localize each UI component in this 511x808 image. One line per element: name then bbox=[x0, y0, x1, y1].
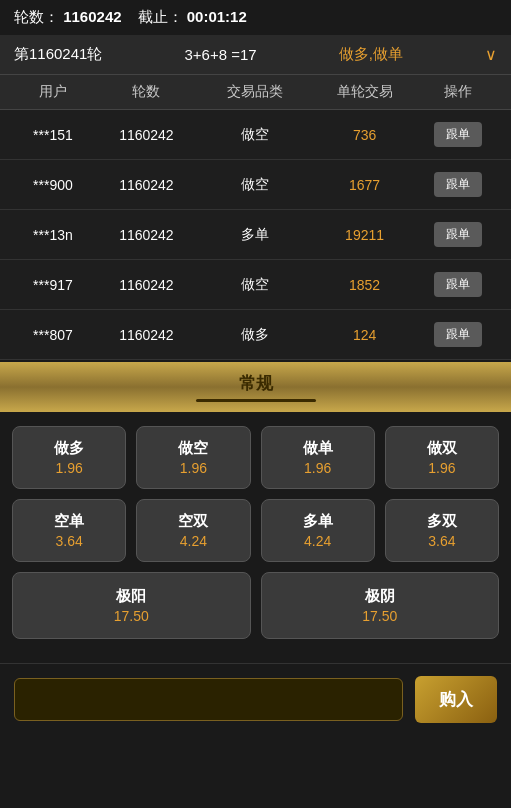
table-row: ***917 1160242 做空 1852 跟单 bbox=[0, 260, 511, 310]
cell-value: 1852 bbox=[310, 277, 419, 293]
cell-value: 124 bbox=[310, 327, 419, 343]
trade-button-多双[interactable]: 多双 3.64 bbox=[385, 499, 499, 562]
follow-button[interactable]: 跟单 bbox=[434, 172, 482, 197]
btn-value: 1.96 bbox=[56, 460, 83, 476]
table-row: ***151 1160242 做空 736 跟单 bbox=[0, 110, 511, 160]
cell-type: 多单 bbox=[201, 226, 310, 244]
follow-button[interactable]: 跟单 bbox=[434, 272, 482, 297]
table-header: 用户 轮数 交易品类 单轮交易 操作 bbox=[0, 75, 511, 110]
btn-name: 做双 bbox=[427, 439, 457, 458]
normal-title: 常规 bbox=[10, 372, 501, 395]
cell-user: ***13n bbox=[14, 227, 92, 243]
cell-user: ***151 bbox=[14, 127, 92, 143]
round-type: 做多,做单 bbox=[339, 45, 403, 64]
trade-button-极阳[interactable]: 极阳 17.50 bbox=[12, 572, 251, 639]
col-type: 交易品类 bbox=[201, 83, 310, 101]
btn-value: 4.24 bbox=[304, 533, 331, 549]
btn-row2: 空单 3.64 空双 4.24 多单 4.24 多双 3.64 bbox=[12, 499, 499, 562]
trade-button-多单[interactable]: 多单 4.24 bbox=[261, 499, 375, 562]
btn-name: 空单 bbox=[54, 512, 84, 531]
btn-value: 1.96 bbox=[304, 460, 331, 476]
btn-value: 4.24 bbox=[180, 533, 207, 549]
btn-value: 17.50 bbox=[114, 608, 149, 624]
follow-button[interactable]: 跟单 bbox=[434, 222, 482, 247]
trade-button-极阴[interactable]: 极阴 17.50 bbox=[261, 572, 500, 639]
round-formula: 3+6+8 =17 bbox=[184, 46, 256, 63]
cell-value: 1677 bbox=[310, 177, 419, 193]
btn-name: 多单 bbox=[303, 512, 333, 531]
trade-table: 用户 轮数 交易品类 单轮交易 操作 ***151 1160242 做空 736… bbox=[0, 75, 511, 360]
cell-type: 做空 bbox=[201, 126, 310, 144]
btn-name: 做多 bbox=[54, 439, 84, 458]
cell-round: 1160242 bbox=[92, 177, 201, 193]
table-row: ***807 1160242 做多 124 跟单 bbox=[0, 310, 511, 360]
btn-name: 做单 bbox=[303, 439, 333, 458]
follow-button[interactable]: 跟单 bbox=[434, 322, 482, 347]
btn-value: 17.50 bbox=[362, 608, 397, 624]
col-user: 用户 bbox=[14, 83, 92, 101]
round-label: 轮数： 1160242 bbox=[14, 8, 122, 27]
round-value: 1160242 bbox=[63, 8, 121, 25]
btn-value: 1.96 bbox=[428, 460, 455, 476]
cell-value: 736 bbox=[310, 127, 419, 143]
btn-name: 做空 bbox=[178, 439, 208, 458]
btn-value: 3.64 bbox=[428, 533, 455, 549]
btn-name: 空双 bbox=[178, 512, 208, 531]
trade-button-做单[interactable]: 做单 1.96 bbox=[261, 426, 375, 489]
col-value: 单轮交易 bbox=[310, 83, 419, 101]
cell-user: ***917 bbox=[14, 277, 92, 293]
cell-type: 做空 bbox=[201, 276, 310, 294]
trade-button-做多[interactable]: 做多 1.96 bbox=[12, 426, 126, 489]
purchase-input[interactable] bbox=[14, 678, 403, 721]
cell-round: 1160242 bbox=[92, 227, 201, 243]
cell-value: 19211 bbox=[310, 227, 419, 243]
round-bar: 第1160241轮 3+6+8 =17 做多,做单 ∨ bbox=[0, 35, 511, 75]
trade-button-做空[interactable]: 做空 1.96 bbox=[136, 426, 250, 489]
table-body: ***151 1160242 做空 736 跟单 ***900 1160242 … bbox=[0, 110, 511, 360]
cell-user: ***900 bbox=[14, 177, 92, 193]
purchase-bar: 购入 bbox=[0, 663, 511, 735]
normal-section: 常规 bbox=[0, 362, 511, 412]
btn-row1: 做多 1.96 做空 1.96 做单 1.96 做双 1.96 bbox=[12, 426, 499, 489]
cell-round: 1160242 bbox=[92, 277, 201, 293]
table-row: ***900 1160242 做空 1677 跟单 bbox=[0, 160, 511, 210]
col-round: 轮数 bbox=[92, 83, 201, 101]
cell-round: 1160242 bbox=[92, 127, 201, 143]
col-action: 操作 bbox=[419, 83, 497, 101]
btn-row3: 极阳 17.50 极阴 17.50 bbox=[12, 572, 499, 639]
header-bar: 轮数： 1160242 截止： 00:01:12 bbox=[0, 0, 511, 35]
time-value: 00:01:12 bbox=[187, 8, 247, 25]
purchase-button[interactable]: 购入 bbox=[415, 676, 497, 723]
follow-button[interactable]: 跟单 bbox=[434, 122, 482, 147]
normal-underline bbox=[196, 399, 316, 402]
table-row: ***13n 1160242 多单 19211 跟单 bbox=[0, 210, 511, 260]
btn-value: 1.96 bbox=[180, 460, 207, 476]
trade-button-空单[interactable]: 空单 3.64 bbox=[12, 499, 126, 562]
time-label-text: 截止： bbox=[138, 8, 183, 25]
btn-name: 极阴 bbox=[365, 587, 395, 606]
btn-name: 多双 bbox=[427, 512, 457, 531]
time-label: 截止： 00:01:12 bbox=[138, 8, 247, 27]
btn-name: 极阳 bbox=[116, 587, 146, 606]
round-number: 第1160241轮 bbox=[14, 45, 102, 64]
trade-button-做双[interactable]: 做双 1.96 bbox=[385, 426, 499, 489]
cell-type: 做空 bbox=[201, 176, 310, 194]
round-label-text: 轮数： bbox=[14, 8, 59, 25]
cell-round: 1160242 bbox=[92, 327, 201, 343]
trade-button-空双[interactable]: 空双 4.24 bbox=[136, 499, 250, 562]
chevron-down-icon[interactable]: ∨ bbox=[485, 45, 497, 64]
buttons-container: 做多 1.96 做空 1.96 做单 1.96 做双 1.96 空单 3.64 … bbox=[0, 412, 511, 663]
btn-value: 3.64 bbox=[56, 533, 83, 549]
cell-type: 做多 bbox=[201, 326, 310, 344]
cell-user: ***807 bbox=[14, 327, 92, 343]
